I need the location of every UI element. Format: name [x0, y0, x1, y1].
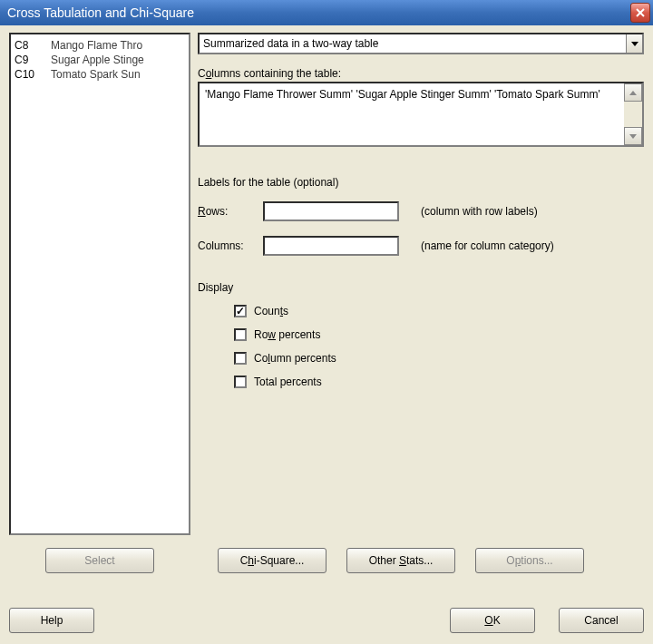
other-stats-button[interactable]: Other Stats... — [346, 548, 455, 573]
list-item-code: C9 — [15, 53, 51, 67]
list-item[interactable]: C8 Mango Flame Thro — [15, 38, 185, 53]
column-percents-label: Column percents — [254, 352, 336, 365]
columns-table-label: Columns containing the table: — [198, 67, 644, 80]
total-percents-label: Total percents — [254, 376, 322, 388]
counts-checkbox[interactable]: ✓ — [234, 305, 247, 317]
title-bar: Cross Tabulation and Chi-Square — [0, 0, 653, 25]
total-percents-checkbox[interactable] — [234, 376, 247, 388]
scrollbar — [624, 83, 642, 145]
close-button[interactable] — [630, 3, 650, 23]
columns-containing-table-input[interactable]: 'Mango Flame Thrower Summ' 'Sugar Apple … — [198, 82, 644, 147]
chi-square-button[interactable]: Chi-Square... — [218, 548, 326, 573]
dropdown-text: Summarized data in a two-way table — [200, 37, 626, 50]
window-title: Cross Tabulation and Chi-Square — [7, 5, 194, 20]
rows-hint: (column with row labels) — [421, 205, 538, 218]
columns-label: Columns: — [198, 239, 263, 252]
rows-input[interactable] — [263, 201, 399, 221]
counts-label: Counts — [254, 305, 288, 317]
dialog-body: C8 Mango Flame Thro C9 Sugar Apple Sting… — [0, 25, 653, 644]
list-item-name: Sugar Apple Stinge — [51, 53, 144, 67]
scroll-up-button[interactable] — [624, 83, 642, 102]
column-percents-checkbox[interactable] — [234, 352, 247, 365]
scroll-down-button[interactable] — [624, 127, 642, 145]
columns-table-value: 'Mango Flame Thrower Summ' 'Sugar Apple … — [200, 83, 624, 145]
columns-hint: (name for column category) — [421, 239, 554, 252]
dropdown-button[interactable] — [626, 34, 642, 53]
ok-button[interactable]: OK — [450, 608, 535, 633]
columns-input[interactable] — [263, 236, 399, 256]
list-item[interactable]: C9 Sugar Apple Stinge — [15, 53, 185, 67]
list-item-name: Tomato Spark Sun — [51, 67, 141, 82]
select-button[interactable]: Select — [45, 548, 154, 573]
chevron-down-icon — [629, 134, 637, 139]
cancel-button[interactable]: Cancel — [559, 608, 644, 633]
data-type-dropdown[interactable]: Summarized data in a two-way table — [198, 33, 644, 54]
list-item-code: C8 — [15, 38, 51, 53]
list-item-name: Mango Flame Thro — [51, 38, 142, 53]
display-section: Display ✓ Counts Row percents Column per… — [198, 281, 644, 388]
list-item-code: C10 — [15, 67, 51, 82]
options-button[interactable]: Options... — [475, 548, 584, 573]
right-panel: Summarized data in a two-way table Colum… — [198, 33, 644, 535]
close-icon — [636, 8, 645, 17]
labels-section-header: Labels for the table (optional) — [198, 176, 644, 189]
row-percents-checkbox[interactable] — [234, 328, 247, 341]
chevron-down-icon — [631, 42, 638, 46]
row-percents-label: Row percents — [254, 328, 320, 341]
rows-label: Rows: — [198, 205, 263, 218]
labels-section: Labels for the table (optional) Rows: (c… — [198, 176, 644, 256]
help-button[interactable]: Help — [9, 608, 94, 633]
list-item[interactable]: C10 Tomato Spark Sun — [15, 67, 185, 82]
chevron-up-icon — [629, 91, 637, 95]
variable-listbox[interactable]: C8 Mango Flame Thro C9 Sugar Apple Sting… — [9, 33, 190, 535]
display-header: Display — [198, 281, 644, 294]
